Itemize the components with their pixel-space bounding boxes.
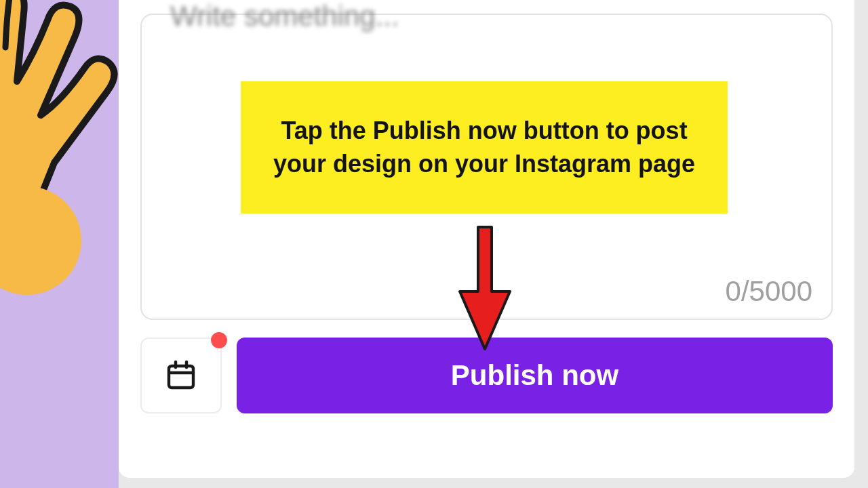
notification-badge — [211, 332, 227, 348]
svg-rect-0 — [169, 366, 193, 388]
annotation-arrow — [454, 224, 515, 352]
caption-placeholder: Write something... — [170, 0, 399, 33]
calendar-icon — [165, 359, 197, 392]
schedule-button[interactable] — [140, 338, 222, 413]
instruction-callout: Tap the Publish now button to post your … — [241, 81, 728, 214]
publish-button-label: Publish now — [451, 359, 618, 392]
instruction-text: Tap the Publish now button to post your … — [260, 115, 709, 180]
publish-now-button[interactable]: Publish now — [237, 338, 833, 413]
character-counter: 0/5000 — [726, 275, 812, 308]
